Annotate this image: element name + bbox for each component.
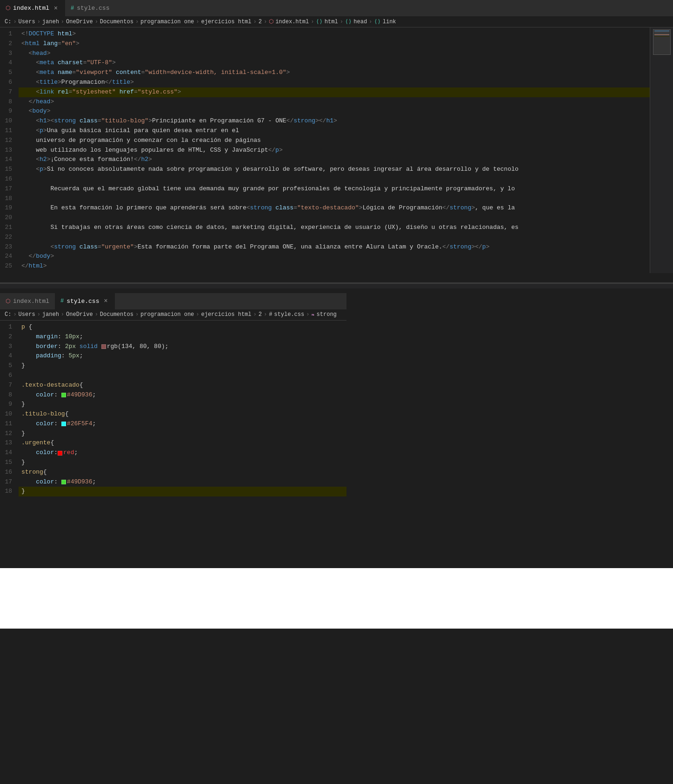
color-swatch-blue xyxy=(61,422,66,426)
code-line-5: <meta name="viewport" content="width=dev… xyxy=(19,68,650,78)
tab-label-style-css-bottom: style.css xyxy=(67,298,99,305)
bc-progone: programacion one xyxy=(140,311,194,318)
breadcrumb-onedrive: OneDrive xyxy=(66,19,93,25)
css-line-16: strong{ xyxy=(19,468,346,477)
css-line-14: color:red; xyxy=(19,448,346,458)
html-file-icon-bottom: ⬡ xyxy=(6,298,10,305)
bc-onedrive: OneDrive xyxy=(66,311,93,318)
bc-janeh: janeh xyxy=(42,311,59,318)
code-line-7: <link rel="stylesheet" href="style.css"> xyxy=(19,87,650,97)
tab-index-html-bottom[interactable]: ⬡ index.html xyxy=(0,293,55,309)
code-line-24: </body> xyxy=(19,252,650,261)
top-editor: ⬡ index.html × # style.css C: › Users › … xyxy=(0,0,673,284)
breadcrumb-head: head xyxy=(353,19,367,25)
code-line-19: En esta formación lo primero que aprende… xyxy=(19,203,650,213)
bc-strong: strong xyxy=(317,311,337,318)
code-line-15: <p>Si no conoces absolutamente nada sobr… xyxy=(19,165,650,174)
code-line-11: <p>Una guía básica inicial para quien de… xyxy=(19,126,650,136)
tab-style-css-top[interactable]: # style.css xyxy=(65,0,115,16)
code-line-3: <head> xyxy=(19,49,650,59)
bottom-tab-bar: ⬡ index.html # style.css × xyxy=(0,293,346,309)
tab-style-css-bottom[interactable]: # style.css × xyxy=(55,293,115,309)
code-line-21: Si trabajas en otras áreas como ciencia … xyxy=(19,223,650,233)
css-line-15: } xyxy=(19,458,346,468)
breadcrumb-head-icon: ⟨⟩ xyxy=(345,18,352,25)
preview-minimap xyxy=(650,27,673,273)
breadcrumb-html-icon: ⟨⟩ xyxy=(316,18,322,25)
css-line-9: } xyxy=(19,400,346,409)
code-line-14: <h2>¡Conoce esta formación!</h2> xyxy=(19,155,650,165)
editor-spacer xyxy=(0,284,673,288)
tab-label-index-html-bottom: index.html xyxy=(13,298,49,305)
code-line-13: web utilizando los lenguajes populares d… xyxy=(19,146,650,155)
bc-c: C: xyxy=(5,311,11,318)
bottom-breadcrumb: C: › Users › janeh › OneDrive › Document… xyxy=(0,309,346,321)
white-area xyxy=(0,568,673,629)
css-line-12: } xyxy=(19,429,346,439)
top-breadcrumb: C: › Users › janeh › OneDrive › Document… xyxy=(0,16,673,27)
code-line-23: <strong class="urgente">Esta formación f… xyxy=(19,242,650,252)
css-line-17: color: #49D936; xyxy=(19,477,346,487)
tab-close-index-html[interactable]: × xyxy=(52,5,60,12)
code-line-10: <h1><strong class="titulo-blog">Principi… xyxy=(19,116,650,126)
bc-css-icon: # xyxy=(269,311,272,318)
css-line-6 xyxy=(19,371,346,381)
code-line-8: </head> xyxy=(19,97,650,107)
top-tab-bar: ⬡ index.html × # style.css xyxy=(0,0,673,16)
code-line-2: <html lang="en"> xyxy=(19,39,650,49)
code-line-22 xyxy=(19,233,650,242)
breadcrumb-c: C: xyxy=(5,19,11,25)
bc-ejhtml: ejercicios html xyxy=(201,311,252,318)
bc-users: Users xyxy=(19,311,35,318)
code-line-12: universo de programación y comenzar con … xyxy=(19,136,650,146)
css-line-8: color: #49D936; xyxy=(19,390,346,400)
breadcrumb-indexhtml: index.html xyxy=(275,19,309,25)
css-line-11: color: #26F5F4; xyxy=(19,419,346,429)
css-file-icon: # xyxy=(71,5,74,12)
breadcrumb-ejhtml: ejercicios html xyxy=(201,19,252,25)
code-line-16 xyxy=(19,174,650,184)
css-line-4: padding: 5px; xyxy=(19,351,346,361)
color-swatch-green1 xyxy=(61,393,66,397)
html-file-icon: ⬡ xyxy=(6,5,10,12)
bottom-line-numbers: 12345 678910 1112131415 161718 xyxy=(0,321,19,498)
breadcrumb-documentos: Documentos xyxy=(100,19,133,25)
breadcrumb-index-html-icon: ⬡ xyxy=(269,18,273,25)
css-line-5: } xyxy=(19,361,346,371)
color-swatch-rgb xyxy=(101,344,106,349)
breadcrumb-users: Users xyxy=(19,19,35,25)
breadcrumb-progone: programacion one xyxy=(140,19,194,25)
breadcrumb-html: html xyxy=(325,19,338,25)
code-line-1: <!DOCTYPE html> xyxy=(19,29,650,39)
code-line-25: </html> xyxy=(19,261,650,271)
bottom-editor: ⬡ index.html # style.css × C: › Users › … xyxy=(0,293,346,568)
top-code-area: 12345 678910 1112131415 1617181920 21222… xyxy=(0,27,673,273)
color-swatch-green2 xyxy=(61,480,66,484)
bc-selector-icon: ❧ xyxy=(311,311,314,318)
code-line-4: <meta charset="UTF-8"> xyxy=(19,58,650,68)
tab-label-index-html: index.html xyxy=(13,5,49,12)
tab-index-html-top[interactable]: ⬡ index.html × xyxy=(0,0,65,16)
code-line-9: <body> xyxy=(19,107,650,116)
color-swatch-red xyxy=(58,451,62,456)
css-line-7: .texto-destacado{ xyxy=(19,381,346,390)
breadcrumb-janeh: janeh xyxy=(42,19,59,25)
code-line-18 xyxy=(19,194,650,204)
bc-stylecss: style.css xyxy=(274,311,304,318)
top-code-lines[interactable]: <!DOCTYPE html> <html lang="en"> <head> … xyxy=(19,27,650,273)
code-line-17: Recuerda que el mercado global tiene una… xyxy=(19,184,650,194)
breadcrumb-link: link xyxy=(383,19,396,25)
bottom-code-lines[interactable]: p { margin: 10px; border: 2px solid rgb(… xyxy=(19,321,346,498)
css-line-1: p { xyxy=(19,322,346,332)
bc-documentos: Documentos xyxy=(100,311,133,318)
editor-window: ⬡ index.html × # style.css C: › Users › … xyxy=(0,0,673,629)
css-line-13: .urgente{ xyxy=(19,438,346,448)
bottom-padding xyxy=(0,498,346,568)
breadcrumb-link-icon: ⟨⟩ xyxy=(374,18,380,25)
code-line-20 xyxy=(19,213,650,223)
bc-2: 2 xyxy=(259,311,262,318)
code-line-6: <title>Programacion</title> xyxy=(19,78,650,87)
css-line-3: border: 2px solid rgb(134, 80, 80); xyxy=(19,342,346,352)
tab-close-style-css[interactable]: × xyxy=(102,297,109,305)
bottom-code-area: 12345 678910 1112131415 161718 p { margi… xyxy=(0,321,346,498)
